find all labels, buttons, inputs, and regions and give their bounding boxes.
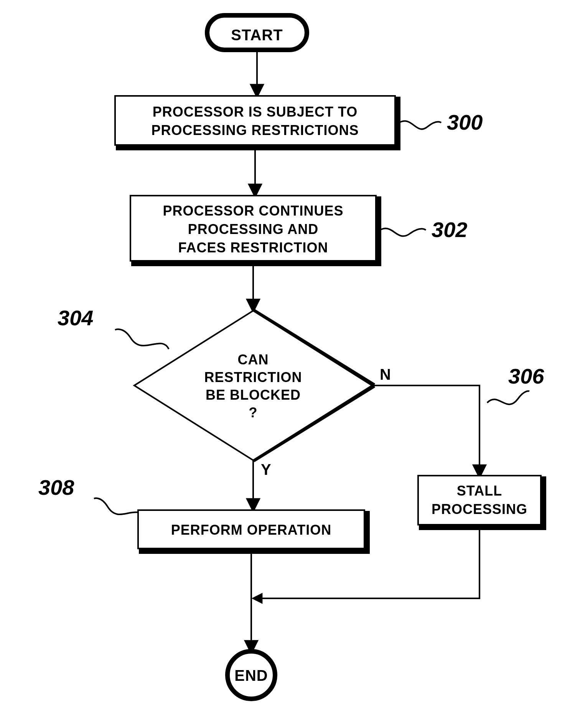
step-306-line1: STALL — [457, 483, 502, 499]
label-308-text: 308 — [38, 475, 74, 499]
step-302-line1: PROCESSOR CONTINUES — [163, 203, 343, 219]
label-300-text: 300 — [447, 110, 483, 134]
arrow-no-to-306 — [372, 385, 479, 472]
label-302: 302 — [380, 217, 467, 242]
step-300-line2: PROCESSING RESTRICTIONS — [151, 122, 359, 138]
start-label: START — [231, 26, 283, 43]
label-302-text: 302 — [432, 217, 467, 242]
step-300: PROCESSOR IS SUBJECT TO PROCESSING RESTR… — [115, 96, 398, 148]
step-300-line1: PROCESSOR IS SUBJECT TO — [153, 104, 358, 120]
label-304-text: 304 — [58, 306, 93, 330]
flowchart: START PROCESSOR IS SUBJECT TO PROCESSING… — [0, 0, 575, 728]
step-308-line1: PERFORM OPERATION — [171, 522, 331, 538]
label-308: 308 — [38, 475, 146, 518]
branch-yes: Y — [261, 461, 271, 478]
step-302-line3: FACES RESTRICTION — [178, 240, 328, 255]
branch-no: N — [380, 366, 391, 383]
step-302: PROCESSOR CONTINUES PROCESSING AND FACES… — [130, 196, 379, 264]
label-300: 300 — [399, 110, 483, 134]
label-304: 304 — [58, 306, 169, 349]
decision-304-line1: CAN — [238, 352, 269, 367]
step-308: PERFORM OPERATION — [138, 510, 367, 552]
start-terminal: START — [207, 15, 307, 50]
decision-304-line2: RESTRICTION — [204, 369, 302, 385]
label-306-text: 306 — [508, 364, 544, 388]
step-306-line2: PROCESSING — [432, 501, 527, 517]
decision-304-line3: BE BLOCKED — [206, 387, 301, 403]
decision-304-line4: ? — [249, 405, 258, 420]
svg-marker-5 — [134, 311, 372, 460]
step-306: STALL PROCESSING — [418, 476, 544, 528]
label-306: 306 — [487, 364, 544, 404]
end-label: END — [234, 667, 268, 684]
decision-304: CAN RESTRICTION BE BLOCKED ? — [134, 311, 374, 460]
step-302-line2: PROCESSING AND — [188, 221, 319, 237]
end-terminal: END — [227, 651, 275, 699]
